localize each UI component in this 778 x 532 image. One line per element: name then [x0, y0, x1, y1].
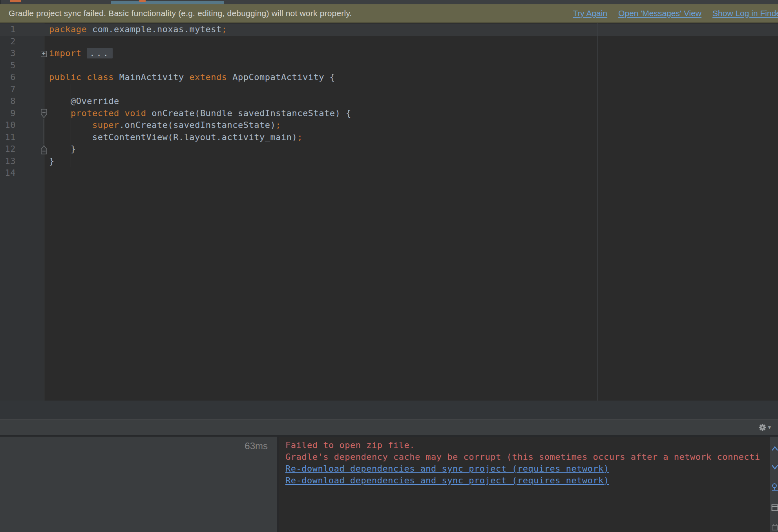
frame-icon[interactable] — [771, 504, 778, 511]
console-side-toolbar — [770, 437, 778, 532]
open-messages-view-link[interactable]: Open 'Messages' View — [618, 9, 701, 18]
code-segment: package — [49, 24, 92, 34]
editor-gutter: 123567891011121314 — [0, 24, 16, 179]
line-number: 9 — [0, 107, 16, 120]
line-number: 14 — [0, 167, 16, 179]
tool-window-toolbar: ▾ — [0, 419, 778, 435]
tool-window-options-button[interactable]: ▾ — [759, 424, 771, 431]
code-editor[interactable]: 123567891011121314 + package com.example… — [0, 23, 778, 401]
code-line — [49, 84, 351, 96]
code-segment: com.example.noxas.mytest — [92, 24, 222, 34]
try-again-link[interactable]: Try Again — [573, 9, 607, 18]
console-line: Failed to open zip file. — [285, 439, 770, 451]
fold-range-line — [44, 119, 44, 144]
code-text-area[interactable]: package com.example.noxas.mytest;import … — [49, 24, 351, 179]
fold-collapse-end-icon[interactable] — [40, 144, 48, 155]
code-segment: } — [49, 144, 76, 154]
code-segment: .onCreate(savedInstanceState) — [119, 120, 276, 130]
code-line: import ... — [49, 47, 351, 60]
chevron-up-icon[interactable] — [771, 445, 778, 452]
code-segment — [49, 108, 71, 118]
line-number: 10 — [0, 119, 16, 131]
code-segment: AppCompatActivity { — [232, 72, 335, 82]
code-segment: ; — [297, 132, 303, 142]
redownload-dependencies-link[interactable]: Re-download dependencies and sync projec… — [285, 476, 609, 485]
code-line — [49, 60, 351, 72]
code-segment: public class — [49, 72, 119, 82]
line-number: 1 — [0, 24, 16, 36]
code-segment: ; — [276, 120, 281, 130]
settings-dim-icon[interactable] — [771, 524, 778, 531]
banner-links: Try AgainOpen 'Messages' ViewShow Log in… — [562, 9, 778, 18]
code-line: } — [49, 143, 351, 155]
java-file-icon — [139, 0, 146, 2]
code-segment: @Override — [49, 96, 119, 106]
line-number: 3 — [0, 47, 16, 60]
code-segment: ; — [222, 24, 227, 34]
line-number: 5 — [0, 60, 16, 72]
line-number: 2 — [0, 36, 16, 48]
code-line: package com.example.noxas.mytest; — [49, 24, 351, 36]
redownload-dependencies-link[interactable]: Re-download dependencies and sync projec… — [285, 464, 609, 474]
gradle-sync-banner: Gradle project sync failed. Basic functi… — [0, 4, 778, 23]
build-output-panel: 63ms Failed to open zip file.Gradle's de… — [0, 437, 778, 532]
code-line: setContentView(R.layout.activity_main); — [49, 131, 351, 144]
code-segment: import — [49, 48, 87, 58]
console-line: Re-download dependencies and sync projec… — [285, 463, 770, 475]
line-number: 6 — [0, 71, 16, 84]
chevron-down-icon: ▾ — [768, 424, 771, 431]
build-tree-pane[interactable]: 63ms — [0, 437, 277, 532]
editor-bottom-strip — [0, 401, 778, 419]
show-log-in-finder-link[interactable]: Show Log in Finder — [712, 9, 778, 18]
console-line: Re-download dependencies and sync projec… — [285, 475, 770, 486]
code-line — [49, 36, 351, 48]
line-number: 13 — [0, 155, 16, 168]
build-console[interactable]: Failed to open zip file.Gradle's depende… — [279, 437, 770, 532]
code-segment: extends — [189, 72, 232, 82]
navbar-icon-fragment — [10, 0, 21, 2]
editor-tab-strip — [0, 0, 778, 4]
sync-duration-label: 63ms — [245, 441, 268, 452]
code-segment: setContentView(R.layout.activity_main) — [49, 132, 297, 142]
line-number: 11 — [0, 131, 16, 144]
code-segment: MainActivity — [119, 72, 190, 82]
active-editor-tab[interactable] — [111, 1, 224, 4]
code-line — [49, 167, 351, 179]
console-line: Gradle's dependency cache may be corrupt… — [285, 451, 770, 463]
code-line: protected void onCreate(Bundle savedInst… — [49, 107, 351, 120]
chevron-down-icon[interactable] — [771, 464, 778, 470]
code-segment: super — [92, 120, 119, 130]
code-line: @Override — [49, 95, 351, 107]
code-segment — [49, 120, 92, 130]
code-line: public class MainActivity extends AppCom… — [49, 71, 351, 84]
line-number: 12 — [0, 143, 16, 155]
fold-collapse-start-icon[interactable] — [40, 109, 48, 119]
line-number: 7 — [0, 84, 16, 96]
soft-wrap-icon[interactable] — [771, 483, 778, 492]
line-number: 8 — [0, 95, 16, 107]
code-segment: } — [49, 156, 55, 166]
code-segment: protected void — [71, 108, 152, 118]
banner-message: Gradle project sync failed. Basic functi… — [9, 9, 352, 18]
folded-code-placeholder[interactable]: ... — [87, 48, 113, 58]
right-margin-guide — [597, 23, 598, 401]
gear-icon — [759, 424, 766, 431]
code-line: super.onCreate(savedInstanceState); — [49, 119, 351, 131]
code-segment: onCreate(Bundle savedInstanceState) { — [152, 108, 351, 118]
fold-expand-icon[interactable]: + — [41, 51, 47, 57]
ide-window: Gradle project sync failed. Basic functi… — [0, 0, 778, 532]
code-line: } — [49, 155, 351, 168]
